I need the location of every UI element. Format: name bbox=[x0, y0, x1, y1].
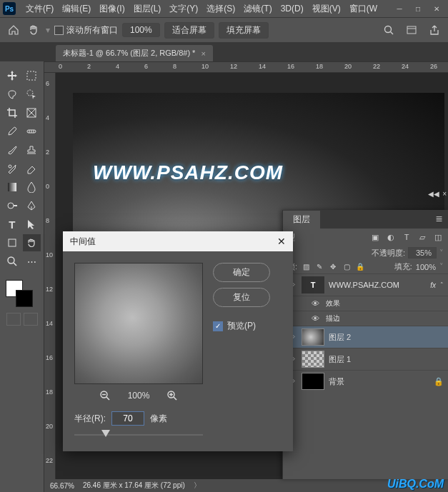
lasso-tool[interactable] bbox=[3, 86, 21, 103]
shape-tool[interactable] bbox=[3, 234, 21, 251]
fill-value[interactable]: 100% bbox=[416, 263, 436, 271]
pen-tool[interactable] bbox=[23, 197, 41, 214]
dialog-zoom-value: 100% bbox=[128, 391, 150, 401]
panel-close-icon[interactable]: × bbox=[442, 190, 447, 198]
dialog-close-button[interactable]: ✕ bbox=[277, 236, 286, 247]
fill-screen-button[interactable]: 填充屏幕 bbox=[219, 22, 269, 39]
zoom-out-icon[interactable] bbox=[99, 390, 111, 401]
zoom-tool[interactable] bbox=[3, 253, 21, 270]
layer-row-text[interactable]: 👁 T WWW.PSAHZ.COM fx˄ bbox=[283, 273, 448, 296]
svg-point-18 bbox=[8, 257, 14, 263]
document-tab[interactable]: 未标题-1 @ 66.7% (图层 2, RGB/8#) * × bbox=[56, 45, 213, 61]
layer-name: 图层 1 bbox=[329, 354, 351, 365]
share-icon[interactable] bbox=[427, 22, 442, 38]
blur-tool[interactable] bbox=[23, 179, 41, 196]
panel-icon[interactable] bbox=[404, 22, 419, 38]
path-select-tool[interactable] bbox=[23, 216, 41, 233]
dodge-tool[interactable] bbox=[3, 197, 21, 214]
filter-image-icon[interactable]: ▣ bbox=[369, 231, 381, 243]
gradient-tool[interactable] bbox=[3, 179, 21, 196]
fx-stroke-label: 描边 bbox=[326, 313, 340, 323]
svg-point-0 bbox=[385, 26, 392, 33]
ok-button[interactable]: 确定 bbox=[213, 263, 270, 282]
opacity-value[interactable]: 35% bbox=[408, 247, 437, 258]
status-zoom[interactable]: 66.67% bbox=[50, 482, 74, 490]
layer-row-bg[interactable]: 👁 背景 🔒 bbox=[283, 370, 448, 392]
crop-tool[interactable] bbox=[3, 104, 21, 121]
ruler-vertical: 6420810121416182022 bbox=[44, 73, 56, 479]
marquee-tool[interactable] bbox=[23, 67, 41, 84]
menu-file[interactable]: 文件(F) bbox=[21, 3, 58, 15]
visibility-icon[interactable]: 👁 bbox=[312, 299, 322, 308]
lock-all-icon[interactable]: 🔒 bbox=[355, 262, 365, 272]
window-maximize-button[interactable]: □ bbox=[409, 3, 427, 14]
lock-position-icon[interactable]: ✥ bbox=[328, 262, 338, 272]
menu-select[interactable]: 选择(S) bbox=[202, 3, 239, 15]
background-color[interactable] bbox=[16, 290, 33, 307]
fit-screen-button[interactable]: 适合屏幕 bbox=[164, 22, 214, 39]
zoom-in-icon[interactable] bbox=[166, 390, 178, 401]
menu-window[interactable]: 窗口(W bbox=[345, 3, 382, 15]
layer-fx-stroke[interactable]: 👁 描边 bbox=[283, 311, 448, 326]
layer-row-2[interactable]: 👁 图层 2 bbox=[283, 326, 448, 348]
ruler-horizontal: 02468101214161820222426 bbox=[44, 61, 448, 73]
window-close-button[interactable]: ✕ bbox=[428, 3, 445, 14]
quick-select-tool[interactable] bbox=[23, 86, 41, 103]
eraser-tool[interactable] bbox=[23, 160, 41, 177]
filter-type-icon[interactable]: T bbox=[401, 231, 412, 243]
canvas-text-layer: WWW.PSAHZ.COM bbox=[93, 161, 283, 184]
history-brush-tool[interactable] bbox=[3, 160, 21, 177]
zoom-level-field[interactable]: 100% bbox=[122, 23, 160, 37]
frame-tool[interactable] bbox=[23, 104, 41, 121]
lock-pixels-icon[interactable]: ▨ bbox=[301, 262, 311, 272]
brush-tool[interactable] bbox=[3, 141, 21, 159]
layer-fx-head[interactable]: 👁 效果 bbox=[283, 296, 448, 311]
menu-3d[interactable]: 3D(D) bbox=[277, 4, 308, 14]
layers-tab[interactable]: 图层 bbox=[283, 211, 320, 229]
document-tab-label: 未标题-1 @ 66.7% (图层 2, RGB/8#) * bbox=[63, 48, 195, 59]
quick-mask-button[interactable] bbox=[6, 313, 21, 326]
eyedropper-tool[interactable] bbox=[3, 123, 21, 140]
edit-toolbar[interactable]: ⋯ bbox=[23, 253, 41, 270]
menu-filter[interactable]: 滤镜(T) bbox=[239, 3, 276, 15]
panel-menu-icon[interactable]: ≡ bbox=[436, 213, 442, 226]
layer-thumb bbox=[302, 351, 324, 368]
scroll-all-checkbox[interactable]: 滚动所有窗口 bbox=[54, 24, 118, 36]
dialog-titlebar[interactable]: 中间值 ✕ bbox=[63, 231, 293, 251]
heal-tool[interactable] bbox=[23, 123, 41, 140]
hand-tool-icon[interactable] bbox=[26, 22, 41, 38]
close-tab-icon[interactable]: × bbox=[201, 49, 205, 58]
filter-adjust-icon[interactable]: ◐ bbox=[385, 231, 397, 243]
menu-view[interactable]: 视图(V) bbox=[308, 3, 345, 15]
layer-name: 图层 2 bbox=[329, 332, 351, 343]
color-swatches[interactable] bbox=[0, 277, 44, 310]
menu-type[interactable]: 文字(Y) bbox=[165, 3, 202, 15]
menu-image[interactable]: 图像(I) bbox=[95, 3, 129, 15]
reset-button[interactable]: 复位 bbox=[213, 288, 270, 307]
preview-checkbox[interactable]: ✓ 预览(P) bbox=[213, 320, 270, 332]
svg-line-19 bbox=[14, 263, 16, 266]
type-tool[interactable]: T bbox=[3, 216, 21, 233]
visibility-icon[interactable]: 👁 bbox=[312, 314, 322, 323]
filter-shape-icon[interactable]: ▱ bbox=[417, 231, 428, 243]
window-minimize-button[interactable]: ─ bbox=[391, 3, 408, 14]
panel-collapse-icon[interactable]: ◀◀ bbox=[428, 190, 439, 198]
dialog-preview-image[interactable] bbox=[74, 263, 203, 384]
status-chevron-icon[interactable]: 〉 bbox=[194, 481, 201, 491]
layer-row-1[interactable]: 👁 图层 1 bbox=[283, 348, 448, 370]
lock-paint-icon[interactable]: ✎ bbox=[314, 262, 324, 272]
hand-tool[interactable] bbox=[23, 234, 41, 251]
fx-badge[interactable]: fx bbox=[430, 281, 436, 289]
search-icon[interactable] bbox=[381, 22, 397, 38]
menu-layer[interactable]: 图层(L) bbox=[129, 3, 166, 15]
lock-artboard-icon[interactable]: ▢ bbox=[342, 262, 352, 272]
home-icon[interactable] bbox=[6, 22, 21, 38]
radius-input[interactable] bbox=[111, 411, 144, 426]
menu-edit[interactable]: 编辑(E) bbox=[58, 3, 95, 15]
stamp-tool[interactable] bbox=[23, 141, 41, 159]
radius-slider[interactable] bbox=[74, 430, 203, 440]
svg-line-26 bbox=[174, 397, 176, 400]
filter-smart-icon[interactable]: ◫ bbox=[432, 231, 444, 243]
move-tool[interactable] bbox=[3, 67, 21, 84]
screen-mode-button[interactable] bbox=[24, 313, 38, 326]
